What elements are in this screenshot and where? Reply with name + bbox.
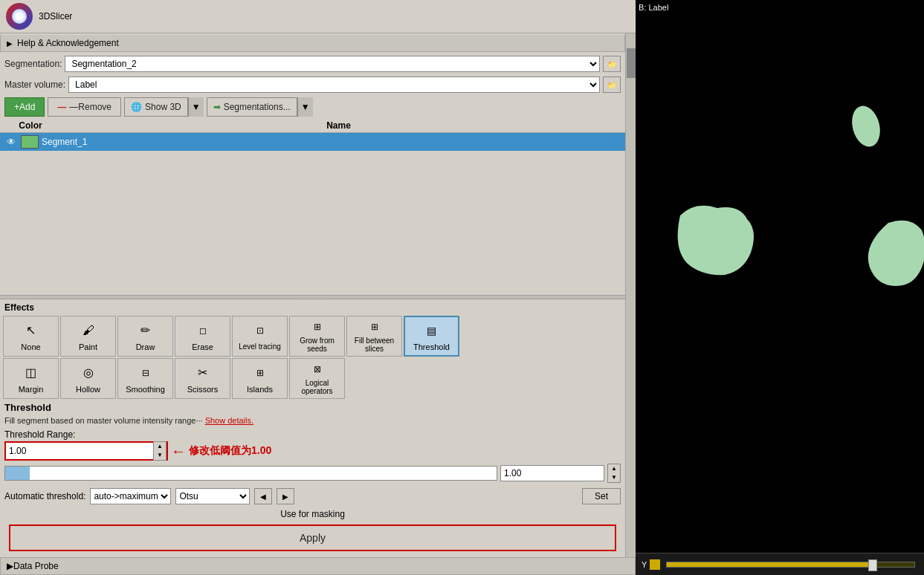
draw-icon: ✏ [137, 322, 155, 340]
threshold-range-label: Threshold Range: [4, 429, 621, 440]
fill-slices-icon: ⊞ [366, 319, 384, 334]
segmentation-select[interactable]: Segmentation_2 [65, 56, 600, 72]
segmentations-dropdown[interactable]: ▼ [297, 97, 313, 117]
show3d-icon: 🌐 [131, 102, 142, 112]
viewer-slider-thumb[interactable] [868, 559, 877, 571]
threshold-description: Fill segment based on master volume inte… [4, 416, 621, 425]
threshold-high-input[interactable] [500, 465, 604, 481]
y-label: Y [642, 560, 647, 569]
hollow-icon: ◎ [80, 364, 97, 382]
none-icon: ↖ [22, 322, 40, 340]
segmentations-arrow-icon: ➡ [213, 102, 221, 112]
apply-button[interactable]: Apply [9, 524, 616, 551]
paint-label: Paint [79, 342, 97, 351]
remove-button[interactable]: — —Remove [48, 97, 121, 117]
help-section-header[interactable]: ▶ Help & Acknowledgement [0, 35, 625, 52]
paint-icon: 🖌 [80, 322, 97, 340]
data-probe-arrow-icon: ▶ [7, 561, 13, 571]
islands-icon: ⊞ [251, 364, 269, 382]
effect-smoothing-btn[interactable]: ⊟ Smoothing [117, 358, 173, 399]
effect-scissors-btn[interactable]: ✂ Scissors [175, 358, 230, 399]
level-tracing-icon: ⊡ [251, 322, 269, 340]
master-volume-folder-btn[interactable]: 📁 [603, 77, 621, 93]
threshold-low-input[interactable] [6, 444, 153, 458]
range-inputs-row: ▲ ▼ ← 修改低阈值为1.00 [4, 441, 621, 461]
high-spinbox[interactable]: ▲ ▼ [607, 464, 621, 483]
low-spinbox[interactable]: ▲ ▼ [153, 441, 167, 461]
effect-islands-btn[interactable]: ⊞ Islands [232, 358, 288, 399]
eye-icon[interactable]: 👁 [4, 137, 18, 147]
viewer-slider-track[interactable] [666, 562, 915, 568]
smoothing-icon: ⊟ [137, 364, 155, 382]
effect-logical-btn[interactable]: ⊠ Logical operators [289, 358, 345, 399]
effects-label: Effects [0, 299, 625, 316]
threshold-range-slider[interactable] [4, 466, 497, 481]
grow-seeds-label: Grow from seeds [293, 337, 341, 353]
data-probe-section[interactable]: ▶ Data Probe [0, 557, 636, 575]
logical-label: Logical operators [293, 379, 341, 395]
master-volume-select[interactable]: Label [68, 77, 600, 93]
viewer-content: B: Label [636, 0, 924, 553]
main-toolbar: +Add — —Remove 🌐 Show 3D ▼ ➡ Segmentatio… [0, 95, 625, 119]
effect-threshold-btn[interactable]: ▤ Threshold [404, 316, 459, 357]
show3d-button[interactable]: 🌐 Show 3D [124, 97, 188, 117]
threshold-icon: ▤ [423, 322, 441, 340]
islands-label: Islands [247, 385, 273, 394]
effect-level-tracing-btn[interactable]: ⊡ Level tracing [232, 316, 288, 357]
threshold-section: Threshold Fill segment based on master v… [0, 399, 625, 557]
segment-name: Segment_1 [42, 137, 87, 147]
segment-row-1[interactable]: 👁 Segment_1 [0, 133, 625, 151]
auto-threshold-label: Automatic threshold: [4, 491, 85, 501]
range-slider-row: ▲ ▼ [4, 464, 621, 483]
auto-threshold-row: Automatic threshold: auto->maximum Otsu … [4, 486, 621, 507]
right-scrollbar[interactable] [625, 33, 636, 557]
main-content: ▶ Help & Acknowledgement Segmentation: S… [0, 33, 625, 557]
help-section-label: Help & Acknowledgement [17, 38, 119, 48]
effect-margin-btn[interactable]: ◫ Margin [3, 358, 59, 399]
effect-paint-btn[interactable]: 🖌 Paint [60, 316, 116, 357]
low-spinbox-down[interactable]: ▼ [154, 451, 166, 460]
level-tracing-label: Level tracing [239, 342, 281, 351]
next-btn[interactable]: ▶ [277, 488, 294, 504]
masking-row: Use for masking [4, 507, 621, 522]
effect-none-btn[interactable]: ↖ None [3, 316, 59, 357]
hollow-label: Hollow [76, 385, 100, 394]
effect-draw-btn[interactable]: ✏ Draw [117, 316, 173, 357]
apply-btn-row: Apply [4, 522, 621, 554]
master-volume-label: Master volume: [4, 79, 65, 90]
segmentations-group: ➡ Segmentations... ▼ [207, 97, 313, 117]
segmentation-folder-btn[interactable]: 📁 [603, 56, 621, 72]
segment-table-header: Color Name [0, 119, 625, 133]
set-button[interactable]: Set [582, 488, 621, 504]
scissors-icon: ✂ [194, 364, 212, 382]
low-spinbox-up[interactable]: ▲ [154, 442, 166, 451]
show-details-link[interactable]: Show details. [205, 416, 253, 425]
data-probe-label: Data Probe [13, 561, 59, 571]
method2-select[interactable]: Otsu [175, 488, 250, 504]
auto-method-select[interactable]: auto->maximum [90, 488, 171, 504]
high-spinbox-down[interactable]: ▼ [608, 473, 620, 482]
app-header: 3DSlicer [0, 0, 636, 33]
grow-seeds-icon: ⊞ [308, 319, 326, 334]
show3d-dropdown[interactable]: ▼ [188, 97, 204, 117]
segmentation-row: Segmentation: Segmentation_2 📁 [0, 53, 625, 74]
show3d-group: 🌐 Show 3D ▼ [124, 97, 204, 117]
high-spinbox-up[interactable]: ▲ [608, 464, 620, 473]
effect-grow-seeds-btn[interactable]: ⊞ Grow from seeds [289, 316, 345, 357]
add-button[interactable]: +Add [4, 97, 45, 117]
left-panel: 3DSlicer ▶ Help & Acknowledgement Segmen… [0, 0, 636, 575]
effect-fill-slices-btn[interactable]: ⊞ Fill between slices [346, 316, 402, 357]
fill-slices-label: Fill between slices [350, 337, 398, 353]
erase-icon: ◻ [194, 322, 212, 340]
slider-fill [5, 467, 30, 480]
scissors-label: Scissors [187, 385, 219, 394]
smoothing-label: Smoothing [126, 385, 165, 394]
viewer-svg [636, 0, 924, 553]
effects-row-2: ◫ Margin ◎ Hollow ⊟ Smoothing ✂ Scissors [3, 358, 622, 399]
effect-erase-btn[interactable]: ◻ Erase [175, 316, 230, 357]
effect-hollow-btn[interactable]: ◎ Hollow [60, 358, 116, 399]
prev-btn[interactable]: ◀ [254, 488, 272, 504]
segmentations-button[interactable]: ➡ Segmentations... [207, 97, 297, 117]
margin-icon: ◫ [22, 364, 40, 382]
draw-label: Draw [136, 342, 155, 351]
